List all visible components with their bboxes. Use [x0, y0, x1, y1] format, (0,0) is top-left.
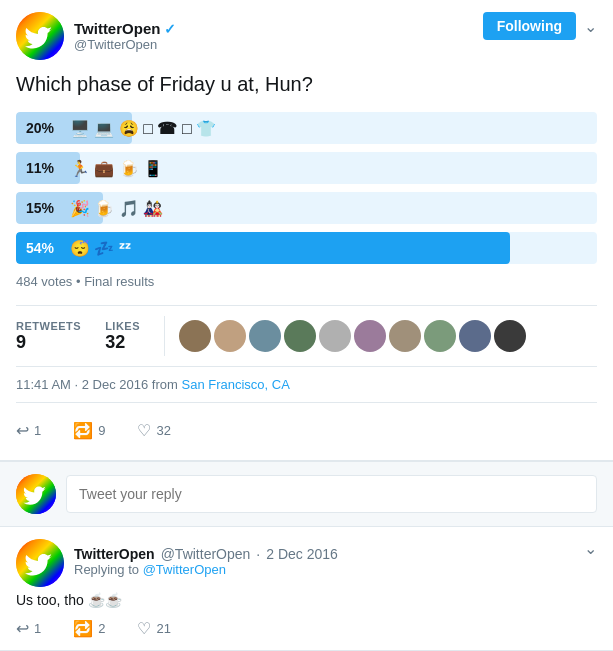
reply-tweet-logo [16, 539, 64, 587]
tweet-text: Which phase of Friday u at, Hun? [16, 70, 597, 98]
liker-avatar-5 [319, 320, 351, 352]
reply-avatar-img [16, 474, 56, 514]
main-tweet-card: TwitterOpen ✓ @TwitterOpen Following ⌄ W… [0, 0, 613, 461]
poll-results: 484 votes • Final results [16, 274, 597, 289]
stats-divider-top [16, 305, 597, 306]
reply-tweet-header: TwitterOpen @TwitterOpen · 2 Dec 2016 Re… [16, 539, 597, 587]
reply-date: 2 Dec 2016 [266, 546, 338, 562]
retweet-icon: 🔁 [73, 421, 93, 440]
liker-avatar-1 [179, 320, 211, 352]
reply-action[interactable]: ↩ 1 [16, 421, 41, 440]
poll-pct-2: 11% [26, 160, 62, 176]
like-action-count: 32 [156, 423, 170, 438]
retweets-label: RETWEETS [16, 320, 81, 332]
location-link[interactable]: San Francisco, CA [182, 377, 290, 392]
username: @TwitterOpen [74, 37, 176, 52]
reply-retweet-count: 2 [98, 621, 105, 636]
reply-like-count: 21 [156, 621, 170, 636]
avatar [16, 12, 64, 60]
poll-emoji-1: 🖥️ 💻 😩 □ ☎ □ 👕 [70, 119, 216, 138]
likers-row [179, 320, 526, 352]
reply-tweet-reply-action[interactable]: ↩ 1 [16, 619, 41, 638]
reply-dot: · [256, 546, 260, 562]
liker-avatar-8 [424, 320, 456, 352]
poll-pct-3: 15% [26, 200, 62, 216]
poll-pct-1: 20% [26, 120, 62, 136]
reply-count: 1 [34, 423, 41, 438]
reply-names: TwitterOpen @TwitterOpen · 2 Dec 2016 Re… [74, 546, 338, 581]
poll-emoji-3: 🎉 🍺 🎵 🎎 [70, 199, 163, 218]
heart-icon: ♡ [137, 421, 151, 440]
timestamp-row: 11:41 AM · 2 Dec 2016 from San Francisco… [16, 377, 597, 392]
reply-reply-icon: ↩ [16, 619, 29, 638]
liker-avatar-10 [494, 320, 526, 352]
reply-username: @TwitterOpen [161, 546, 251, 562]
vote-count: 484 votes [16, 274, 72, 289]
chevron-down-icon[interactable]: ⌄ [584, 17, 597, 36]
reply-input[interactable] [66, 475, 597, 513]
replying-to-link[interactable]: @TwitterOpen [143, 562, 226, 577]
liker-avatar-3 [249, 320, 281, 352]
retweet-action[interactable]: 🔁 9 [73, 421, 105, 440]
liker-avatar-7 [389, 320, 421, 352]
user-names: TwitterOpen ✓ @TwitterOpen [74, 20, 176, 52]
stats-divider-vertical [164, 316, 165, 356]
liker-avatar-4 [284, 320, 316, 352]
tweet-header: TwitterOpen ✓ @TwitterOpen Following ⌄ [16, 12, 597, 60]
likes-stat: LIKES 32 [105, 320, 140, 353]
reply-user-line: TwitterOpen @TwitterOpen · 2 Dec 2016 [74, 546, 338, 562]
poll-option-3[interactable]: 15% 🎉 🍺 🎵 🎎 [16, 192, 597, 224]
reply-heart-icon: ♡ [137, 619, 151, 638]
reply-tweet-like-action[interactable]: ♡ 21 [137, 619, 170, 638]
display-name: TwitterOpen ✓ [74, 20, 176, 37]
stats-row: RETWEETS 9 LIKES 32 [16, 316, 597, 356]
poll-option-2[interactable]: 11% 🏃 💼 🍺 📱 [16, 152, 597, 184]
reply-actions-row: ↩ 1 🔁 2 ♡ 21 [16, 619, 597, 638]
liker-avatar-6 [354, 320, 386, 352]
verified-badge: ✓ [164, 21, 176, 37]
reply-icon: ↩ [16, 421, 29, 440]
timestamp-text: 11:41 AM · 2 Dec 2016 from [16, 377, 178, 392]
reply-user-info: TwitterOpen @TwitterOpen · 2 Dec 2016 Re… [16, 539, 338, 587]
poll-option-4[interactable]: 54% 😴 💤 ᶻᶻ [16, 232, 597, 264]
poll-emoji-4: 😴 💤 ᶻᶻ [70, 239, 131, 258]
following-button[interactable]: Following [483, 12, 576, 40]
liker-avatar-2 [214, 320, 246, 352]
name-text: TwitterOpen [74, 20, 160, 37]
reply-area-avatar [16, 474, 56, 514]
final-results: Final results [84, 274, 154, 289]
reply-reply-count: 1 [34, 621, 41, 636]
poll-pct-4: 54% [26, 240, 62, 256]
poll-option-1[interactable]: 20% 🖥️ 💻 😩 □ ☎ □ 👕 [16, 112, 597, 144]
reply-avatar-main [16, 539, 64, 587]
reply-display-name: TwitterOpen [74, 546, 155, 562]
stats-divider-bottom [16, 366, 597, 367]
retweet-action-count: 9 [98, 423, 105, 438]
actions-divider [16, 402, 597, 403]
reply-tweet-text: Us too, tho ☕️☕️ [16, 591, 597, 611]
reply-area [0, 461, 613, 527]
reply-retweet-icon: 🔁 [73, 619, 93, 638]
reply-tweet-retweet-action[interactable]: 🔁 2 [73, 619, 105, 638]
poll-emoji-2: 🏃 💼 🍺 📱 [70, 159, 163, 178]
retweets-value: 9 [16, 332, 81, 353]
poll-container: 20% 🖥️ 💻 😩 □ ☎ □ 👕 11% 🏃 💼 🍺 📱 15% [16, 112, 597, 264]
actions-row: ↩ 1 🔁 9 ♡ 32 [16, 413, 597, 448]
reply-chevron-down-icon[interactable]: ⌄ [584, 539, 597, 558]
twitter-bird-logo [16, 12, 64, 60]
retweets-stat: RETWEETS 9 [16, 320, 81, 353]
votes-separator: • [76, 274, 84, 289]
likes-value: 32 [105, 332, 140, 353]
header-right: Following ⌄ [483, 12, 597, 40]
likes-label: LIKES [105, 320, 140, 332]
user-info: TwitterOpen ✓ @TwitterOpen [16, 12, 176, 60]
replying-to: Replying to @TwitterOpen [74, 562, 338, 577]
liker-avatar-9 [459, 320, 491, 352]
reply-tweet-card: TwitterOpen @TwitterOpen · 2 Dec 2016 Re… [0, 527, 613, 651]
like-action[interactable]: ♡ 32 [137, 421, 170, 440]
